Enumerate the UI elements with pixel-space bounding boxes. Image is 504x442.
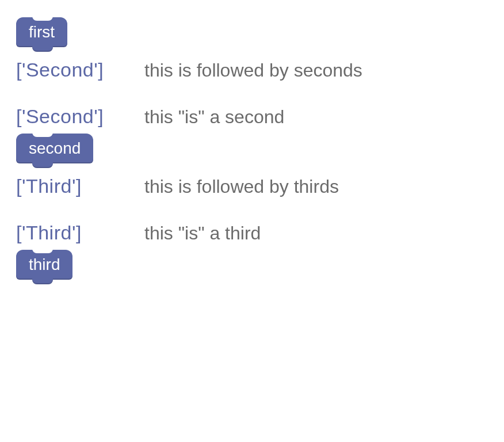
desc-second-is-a: this "is" a second <box>144 106 284 128</box>
desc-third-is-a: this "is" a third <box>144 223 261 244</box>
tag-second-1: ['Second'] <box>16 59 134 81</box>
row-third-followed-by: ['Third'] this is followed by thirds <box>16 175 492 197</box>
block-first[interactable]: first <box>16 17 67 47</box>
block-third[interactable]: third <box>16 250 72 280</box>
block-second[interactable]: second <box>16 134 93 163</box>
row-second-is-a: ['Second'] this "is" a second <box>16 105 492 128</box>
tag-third-2: ['Third'] <box>16 222 134 244</box>
row-second-followed-by: ['Second'] this is followed by seconds <box>16 59 492 81</box>
tag-third-1: ['Third'] <box>16 175 134 197</box>
row-third-is-a: ['Third'] this "is" a third <box>16 222 492 244</box>
desc-second-followed-by: this is followed by seconds <box>144 60 362 81</box>
desc-third-followed-by: this is followed by thirds <box>144 176 339 197</box>
tag-second-2: ['Second'] <box>16 105 134 128</box>
block-definitions-panel: first ['Second'] this is followed by sec… <box>0 0 504 305</box>
